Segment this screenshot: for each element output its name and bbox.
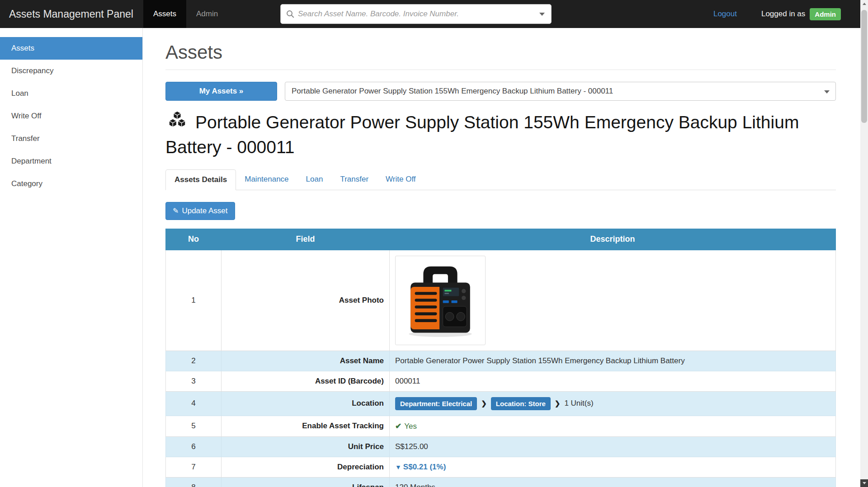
asset-select-value: Portable Generator Power Supply Station … [292,87,613,96]
check-icon: ✔ [395,422,401,431]
chevron-right-icon: ❯ [555,399,561,407]
location-badge[interactable]: Location: Store [491,397,551,410]
field-description: Portable Generator Power Supply Station … [390,351,836,371]
update-asset-label: Update Asset [182,206,227,215]
row-number: 3 [166,371,222,391]
search-dropdown-caret-icon[interactable] [539,13,545,16]
location-path: Department: Electrical❯Location: Store❯1… [395,397,830,410]
table-row: 6Unit PriceS$125.00 [166,436,836,457]
field-label: Location [222,391,390,416]
scroll-up-button[interactable] [860,0,868,8]
field-description [390,250,836,351]
field-description: ▼S$0.21 (1%) [390,457,836,477]
field-label: Depreciation [222,457,390,477]
vertical-scrollbar[interactable] [860,0,868,487]
search-icon [286,10,294,18]
table-row: 2Asset NamePortable Generator Power Supp… [166,351,836,371]
top-navbar: Assets Management Panel AssetsAdmin Logo… [0,0,868,28]
row-number: 7 [166,457,222,477]
column-header-field: Field [222,229,390,250]
table-row: 1Asset Photo [166,250,836,351]
field-description: ✔Yes [390,416,836,436]
row-number: 1 [166,250,222,351]
location-badge[interactable]: Department: Electrical [395,397,477,410]
table-row: 3Asset ID (Barcode)000011 [166,371,836,391]
row-number: 2 [166,351,222,371]
scroll-down-button[interactable] [860,479,868,487]
navbar-right: Logout Logged in as Admin [713,0,868,28]
app-title: Assets Management Panel [0,0,143,28]
field-label: Asset ID (Barcode) [222,371,390,391]
tab-transfer[interactable]: Transfer [331,169,377,190]
sidebar-item-category[interactable]: Category [0,173,142,195]
field-description: S$125.00 [390,436,836,457]
main-content: Assets My Assets » Portable Generator Po… [143,28,860,487]
tab-maintenance[interactable]: Maintenance [236,169,297,190]
sidebar-item-department[interactable]: Department [0,150,142,173]
pencil-icon: ✎ [173,206,179,215]
field-description: Department: Electrical❯Location: Store❯1… [390,391,836,416]
sidebar-item-write-off[interactable]: Write Off [0,105,142,127]
nav-item-assets[interactable]: Assets [143,0,186,28]
sidebar: AssetsDiscrepancyLoanWrite OffTransferDe… [0,28,143,487]
logged-in-label: Logged in as [761,9,805,19]
row-number: 8 [166,477,222,487]
row-number: 6 [166,436,222,457]
sidebar-item-loan[interactable]: Loan [0,82,142,105]
asset-tabs: Assets DetailsMaintenanceLoanTransferWri… [165,169,836,190]
column-header-no: No [166,229,222,250]
asset-controls: My Assets » Portable Generator Power Sup… [165,82,836,101]
field-label: Lifespan [222,477,390,487]
sidebar-item-discrepancy[interactable]: Discrepancy [0,60,142,82]
field-label: Asset Photo [222,250,390,351]
tab-write-off[interactable]: Write Off [377,169,424,190]
asset-photo-image [397,258,483,343]
update-asset-button[interactable]: ✎ Update Asset [165,202,235,220]
navbar-links: AssetsAdmin [143,0,228,28]
search-input[interactable] [298,5,539,23]
table-row: 8Lifespan120 Months [166,477,836,487]
scrollbar-thumb[interactable] [861,10,867,123]
row-number: 5 [166,416,222,436]
chevron-right-icon: ❯ [481,399,487,407]
down-triangle-icon: ▼ [395,464,401,471]
tab-loan[interactable]: Loan [297,169,332,190]
table-row: 4LocationDepartment: Electrical❯Location… [166,391,836,416]
sidebar-item-assets[interactable]: Assets [0,37,142,60]
user-role-badge: Admin [810,8,841,20]
table-row: 7Depreciation▼S$0.21 (1%) [166,457,836,477]
asset-details-table: NoFieldDescription 1Asset Photo 2Asset N… [165,229,836,487]
asset-select[interactable]: Portable Generator Power Supply Station … [285,82,836,101]
sidebar-item-transfer[interactable]: Transfer [0,127,142,150]
my-assets-button[interactable]: My Assets » [165,82,277,101]
nav-item-admin[interactable]: Admin [186,0,228,28]
field-description: 120 Months [390,477,836,487]
column-header-description: Description [390,229,836,250]
global-search[interactable] [280,4,552,24]
tracking-value: Yes [404,422,417,431]
depreciation-value: ▼S$0.21 (1%) [395,463,446,471]
field-label: Unit Price [222,436,390,457]
chevron-down-icon [824,90,830,94]
table-row: 5Enable Asset Tracking✔Yes [166,416,836,436]
tab-assets-details[interactable]: Assets Details [165,169,236,190]
field-label: Enable Asset Tracking [222,416,390,436]
field-label: Asset Name [222,351,390,371]
page-title: Assets [165,42,836,70]
asset-heading: Portable Generator Power Supply Station … [165,110,836,159]
asset-heading-text: Portable Generator Power Supply Station … [165,112,799,157]
units-count: 1 Unit(s) [564,399,593,408]
table-header-row: NoFieldDescription [166,229,836,250]
row-number: 4 [166,391,222,416]
cubes-icon [165,110,189,136]
asset-photo[interactable] [395,256,486,345]
depreciation-amount: S$0.21 (1%) [403,463,446,471]
field-description: 000011 [390,371,836,391]
logout-link[interactable]: Logout [713,9,737,19]
